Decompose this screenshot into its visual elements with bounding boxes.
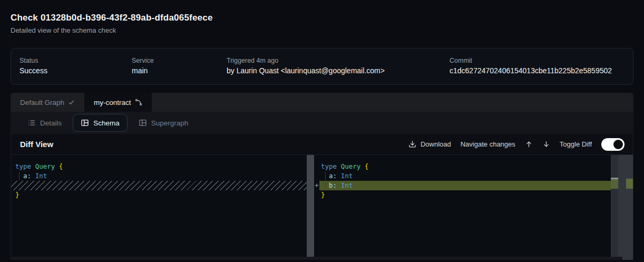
arrow-up-icon[interactable]: [525, 140, 533, 148]
triggered-value: by Laurin Quast <laurinquast@googlemail.…: [227, 66, 450, 75]
diff-pane-before[interactable]: type Query { a: Int}: [11, 155, 307, 260]
schema-diff-editor: type Query { a: Int} + type Query { a: I…: [11, 155, 633, 260]
check-meta-card: Status Success Service main Triggered 4m…: [11, 48, 633, 85]
navigate-changes-label: Navigate changes: [461, 140, 515, 148]
arrow-down-icon[interactable]: [542, 140, 550, 148]
code-line: type Query {: [11, 162, 307, 171]
scrollbar-added-mark: [611, 179, 618, 189]
columns-icon: [139, 119, 147, 127]
tab-default-graph[interactable]: Default Graph: [11, 93, 84, 112]
triggered-label: Triggered 4m ago: [227, 56, 450, 65]
diff-controls: Download Navigate changes Toggle Diff: [408, 138, 625, 151]
minimap[interactable]: [618, 155, 633, 260]
page-title: Check 01328b0d-b396-43f2-89ab-dfda065fee…: [11, 13, 633, 23]
commit-label: Commit: [450, 56, 625, 65]
code-line: }: [319, 190, 611, 200]
columns-icon: [81, 119, 89, 127]
horizontal-scrollbar[interactable]: [11, 257, 622, 260]
switch-knob: [613, 140, 623, 149]
subtab-details[interactable]: Details: [19, 114, 70, 132]
code-line: a: Int: [319, 171, 611, 181]
subtab-schema-label: Schema: [93, 119, 120, 127]
code-line: type Query {: [319, 162, 611, 171]
spline-icon: [135, 99, 142, 106]
meta-service: Service main: [132, 56, 227, 84]
commit-value: c1dc62724702406154013cbe11b225b2e5859502: [450, 66, 625, 75]
tab-default-graph-label: Default Graph: [20, 99, 64, 106]
page-header: Check 01328b0d-b396-43f2-89ab-dfda065fee…: [11, 0, 633, 34]
diff-gutter: [314, 155, 319, 260]
navigate-changes-button[interactable]: Navigate changes: [461, 140, 515, 148]
subtab-details-label: Details: [40, 119, 62, 127]
code-line: a: Int: [11, 171, 307, 181]
code-line-added: b: Int: [319, 181, 611, 190]
left-pane-scrollbar[interactable]: [307, 155, 314, 260]
diff-section: Diff View Download Navigate changes: [11, 134, 633, 260]
download-label: Download: [421, 140, 451, 148]
page-subtitle: Detailed view of the schema check: [11, 26, 633, 34]
service-value: main: [132, 66, 227, 75]
service-label: Service: [132, 56, 227, 65]
diff-view-title: Diff View: [20, 140, 53, 149]
graph-tabstrip: Default Graph my-contract: [11, 93, 633, 112]
meta-commit: Commit c1dc62724702406154013cbe11b225b2e…: [450, 56, 625, 84]
diff-pane-after[interactable]: type Query { a: Int b: Int}: [319, 155, 611, 260]
right-pane-scrollbar[interactable]: [611, 155, 618, 260]
subtab-supergraph[interactable]: Supergraph: [131, 114, 197, 132]
code-line: }: [11, 190, 307, 200]
meta-status: Status Success: [19, 56, 132, 84]
list-icon: [27, 119, 36, 127]
subtab-schema[interactable]: Schema: [73, 114, 128, 132]
diff-header: Diff View Download Navigate changes: [11, 134, 633, 155]
download-button[interactable]: Download: [408, 140, 451, 148]
tab-my-contract-label: my-contract: [94, 99, 131, 106]
download-icon: [408, 140, 416, 148]
tab-my-contract[interactable]: my-contract: [84, 93, 152, 112]
code-line-placeholder: [11, 181, 307, 190]
view-subtabs: Details Schema Supergraph: [11, 112, 633, 134]
subtab-supergraph-label: Supergraph: [151, 119, 189, 127]
status-label: Status: [19, 56, 132, 65]
toggle-diff-label: Toggle Diff: [560, 140, 592, 148]
toggle-diff-switch[interactable]: [601, 138, 625, 151]
minimap-added-mark: [626, 179, 633, 189]
page: Check 01328b0d-b396-43f2-89ab-dfda065fee…: [0, 0, 644, 260]
meta-triggered: Triggered 4m ago by Laurin Quast <laurin…: [227, 56, 450, 84]
status-value: Success: [19, 66, 132, 75]
check-icon: [68, 99, 75, 106]
